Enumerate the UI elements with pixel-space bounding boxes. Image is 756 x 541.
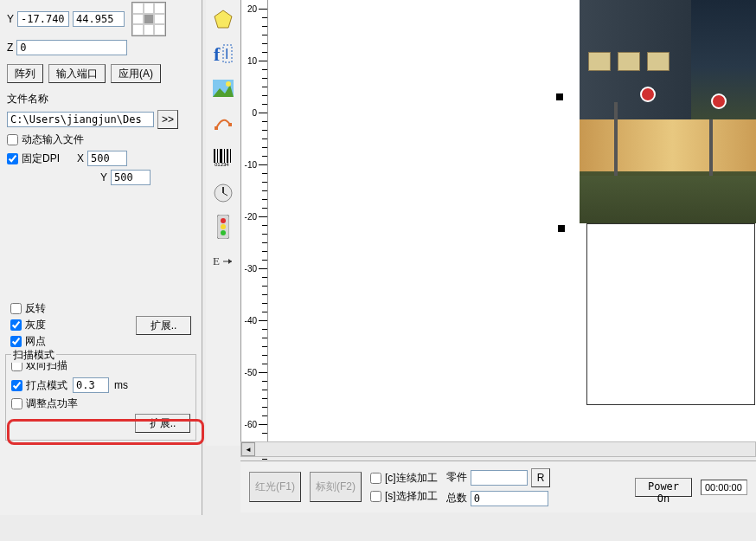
halftone-checkbox[interactable]: 网点 bbox=[10, 334, 46, 349]
svg-rect-13 bbox=[227, 149, 228, 163]
anchor-grid[interactable] bbox=[131, 2, 166, 36]
input-port-button[interactable]: 输入端口 bbox=[48, 64, 106, 83]
properties-panel: Y Z 阵列 输入端口 应用(A) 文件名称 >> 动态输入文件 固定DPI X bbox=[0, 0, 202, 515]
svg-marker-0 bbox=[215, 10, 232, 28]
svg-rect-12 bbox=[224, 149, 225, 163]
fixed-dpi-checkbox[interactable]: 固定DPI bbox=[7, 151, 60, 166]
vector-tool-icon[interactable] bbox=[211, 111, 235, 135]
barcode-tool-icon[interactable]: 01234 bbox=[211, 145, 235, 170]
svg-rect-11 bbox=[220, 149, 222, 163]
time-display: 00:00:00 bbox=[701, 480, 747, 495]
svg-text:f: f bbox=[214, 43, 221, 65]
scroll-left-icon[interactable]: ◄ bbox=[241, 442, 255, 456]
total-input[interactable] bbox=[471, 491, 548, 506]
continuous-checkbox[interactable]: [c]连续加工 bbox=[370, 471, 438, 486]
parts-label: 零件 bbox=[446, 470, 467, 485]
invert-checkbox[interactable]: 反转 bbox=[10, 301, 46, 316]
placed-image[interactable] bbox=[580, 0, 756, 223]
adjust-power-checkbox[interactable]: 调整点功率 bbox=[11, 396, 78, 411]
horizontal-scrollbar[interactable]: ◄ bbox=[240, 441, 756, 457]
svg-marker-25 bbox=[228, 259, 232, 264]
text-tool-icon[interactable]: fI bbox=[211, 42, 235, 66]
parts-input[interactable] bbox=[471, 470, 528, 486]
gray-checkbox[interactable]: 灰度 bbox=[10, 318, 46, 332]
bottom-toolbar: 红光(F1) 标刻(F2) [c]连续加工 [s]选择加工 零件 R 总数 Po… bbox=[240, 460, 756, 512]
svg-point-21 bbox=[221, 224, 226, 229]
polygon-tool-icon[interactable] bbox=[211, 7, 235, 31]
y2-input[interactable] bbox=[73, 11, 125, 27]
svg-rect-14 bbox=[230, 149, 231, 163]
expand-button[interactable]: 扩展.. bbox=[136, 316, 191, 335]
dpi-x-label: X bbox=[77, 152, 84, 164]
vertical-ruler: 20100-10-20-30-40-50-60 bbox=[240, 0, 268, 446]
svg-point-6 bbox=[226, 81, 231, 87]
dot-mode-checkbox[interactable]: 打点模式 bbox=[11, 378, 67, 393]
total-label: 总数 bbox=[446, 491, 467, 506]
selection-handle[interactable] bbox=[556, 93, 563, 100]
svg-text:E: E bbox=[213, 254, 220, 267]
dpi-y-input[interactable] bbox=[111, 170, 151, 185]
z-label: Z bbox=[7, 42, 13, 54]
power-button[interactable]: Power On bbox=[635, 478, 692, 497]
svg-point-22 bbox=[221, 230, 226, 235]
canvas-area[interactable] bbox=[268, 0, 756, 446]
filepath-input[interactable] bbox=[7, 112, 154, 127]
extend-tool-icon[interactable]: E bbox=[211, 249, 235, 274]
array-button[interactable]: 阵列 bbox=[7, 64, 43, 83]
dot-unit-label: ms bbox=[114, 379, 128, 391]
vertical-toolbar: fI 01234 E bbox=[206, 0, 240, 446]
svg-text:I: I bbox=[225, 47, 228, 61]
svg-rect-9 bbox=[214, 149, 215, 163]
scan-mode-fieldset: 扫描模式 双向扫描 打点模式 ms 调整点功率 扩展.. bbox=[5, 354, 196, 441]
redlight-button[interactable]: 红光(F1) bbox=[249, 472, 301, 502]
apply-button[interactable]: 应用(A) bbox=[111, 64, 161, 83]
selection-handle[interactable] bbox=[558, 225, 565, 232]
dot-mode-input[interactable] bbox=[73, 377, 109, 393]
y-input[interactable] bbox=[17, 11, 69, 27]
select-process-checkbox[interactable]: [s]选择加工 bbox=[370, 489, 438, 504]
dynamic-input-checkbox[interactable]: 动态输入文件 bbox=[7, 132, 84, 147]
expand2-button[interactable]: 扩展.. bbox=[135, 414, 190, 433]
svg-point-20 bbox=[221, 218, 226, 223]
image-bbox bbox=[586, 223, 755, 405]
trafficlight-tool-icon[interactable] bbox=[211, 215, 235, 239]
timer-tool-icon[interactable] bbox=[211, 180, 235, 204]
y-label: Y bbox=[7, 13, 14, 25]
svg-rect-8 bbox=[228, 123, 232, 126]
filename-label: 文件名称 bbox=[7, 92, 48, 106]
image-tool-icon[interactable] bbox=[211, 76, 235, 100]
mark-button[interactable]: 标刻(F2) bbox=[310, 472, 362, 502]
z-input[interactable] bbox=[16, 40, 127, 55]
browse-button[interactable]: >> bbox=[157, 110, 178, 129]
r-button[interactable]: R bbox=[531, 468, 551, 487]
svg-text:01234: 01234 bbox=[215, 162, 229, 166]
dpi-y-label: Y bbox=[100, 171, 107, 184]
dpi-x-input[interactable] bbox=[87, 151, 127, 166]
svg-rect-10 bbox=[217, 149, 218, 163]
svg-rect-7 bbox=[215, 126, 218, 130]
